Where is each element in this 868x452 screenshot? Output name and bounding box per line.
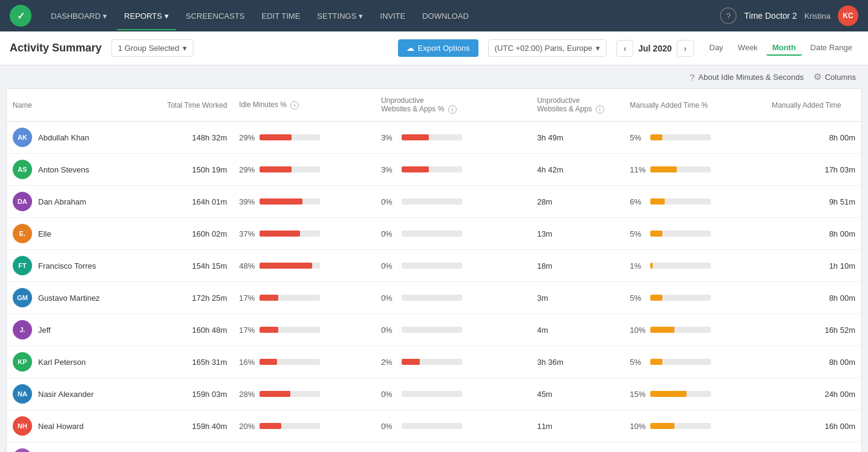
table-row[interactable]: AS Anton Stevens 150h 19m 29% 3% 4h 42m … (7, 154, 861, 186)
cell-idle-pct: 29% (233, 154, 375, 186)
employee-name[interactable]: Karl Peterson (38, 358, 86, 367)
timezone-selector[interactable]: (UTC +02:00) Paris, Europe ▾ (488, 39, 607, 57)
table-row[interactable]: DA Dan Abraham 164h 01m 39% 0% 28m 6% 9h… (7, 186, 861, 218)
nav-items: DASHBOARD ▾ REPORTS ▾ SCREENCASTS EDIT T… (44, 7, 720, 25)
date-prev-button[interactable]: ‹ (616, 40, 633, 57)
col-header-name: Name (7, 89, 149, 122)
avatar: KP (13, 352, 32, 372)
cell-manual-pct: 10% (624, 410, 766, 442)
employee-name[interactable]: Anton Stevens (38, 165, 90, 174)
cell-manual-pct: 5% (624, 218, 766, 250)
tab-month[interactable]: Month (766, 41, 802, 56)
cell-manual-pct: 0% (624, 442, 766, 453)
cell-name: PI Paul Iyambo (7, 442, 149, 453)
employee-name[interactable]: Abdullah Khan (38, 133, 90, 142)
date-next-button[interactable]: › (677, 40, 694, 57)
cell-unprod-pct: 2% (375, 346, 531, 378)
chevron-down-icon: ▾ (359, 11, 363, 21)
date-label: Jul 2020 (638, 44, 671, 53)
nav-download[interactable]: DOWNLOAD (415, 7, 476, 25)
nav-edit-time[interactable]: EDIT TIME (255, 7, 308, 25)
employee-name[interactable]: Neal Howard (38, 422, 83, 431)
idle-info-button[interactable]: ? About Idle Minutes & Seconds (690, 72, 804, 82)
cell-total-time: 172h 25m (149, 282, 233, 314)
cell-unprod-pct: 0% (375, 282, 531, 314)
cell-manual-time: 8h 00m (766, 122, 861, 154)
nav-invite[interactable]: INVITE (373, 7, 413, 25)
table-row[interactable]: PI Paul Iyambo 170h 45m 21% 2% 2h 55m 0%… (7, 442, 861, 453)
cell-idle-pct: 39% (233, 186, 375, 218)
cell-unprod-time: 3h 36m (531, 346, 624, 378)
cell-name: J. Jeff (7, 314, 149, 346)
cell-unprod-time: 45m (531, 378, 624, 410)
cell-idle-pct: 28% (233, 378, 375, 410)
user-avatar[interactable]: KC (838, 5, 858, 26)
cell-manual-time: 16h 00m (766, 410, 861, 442)
date-nav: ‹ Jul 2020 › (616, 40, 693, 57)
col-header-manual-pct: Manually Added Time % (624, 89, 766, 122)
cell-unprod-pct: 0% (375, 410, 531, 442)
cell-unprod-time: 2h 55m (531, 442, 624, 453)
cell-total-time: 150h 19m (149, 154, 233, 186)
table-row[interactable]: FT Francisco Torres 154h 15m 48% 0% 18m … (7, 250, 861, 282)
avatar: AK (13, 128, 32, 147)
cell-unprod-pct: 0% (375, 314, 531, 346)
view-tabs: Day Week Month Date Range (703, 41, 859, 56)
table-row[interactable]: KP Karl Peterson 165h 31m 16% 2% 3h 36m … (7, 346, 861, 378)
cell-unprod-pct: 2% (375, 442, 531, 453)
cell-manual-pct: 5% (624, 122, 766, 154)
group-selector[interactable]: 1 Group Selected ▾ (111, 39, 194, 57)
nav-screencasts[interactable]: SCREENCASTS (178, 7, 252, 25)
tab-day[interactable]: Day (703, 41, 729, 56)
cell-total-time: 160h 02m (149, 218, 233, 250)
employee-name[interactable]: Francisco Torres (38, 261, 96, 270)
user-name: Kristina (804, 11, 830, 21)
cell-name: NH Neal Howard (7, 410, 149, 442)
avatar: NA (13, 384, 32, 404)
avatar: E. (13, 224, 32, 243)
cell-total-time: 154h 15m (149, 250, 233, 282)
chevron-down-icon: ▾ (103, 11, 107, 21)
cell-name: DA Dan Abraham (7, 186, 149, 218)
employee-name[interactable]: Dan Abraham (38, 197, 86, 206)
table-row[interactable]: E. Elle 160h 02m 37% 0% 13m 5% 8h 00m (7, 218, 861, 250)
nav-dashboard[interactable]: DASHBOARD ▾ (44, 7, 114, 25)
cell-unprod-time: 18m (531, 250, 624, 282)
table-row[interactable]: AK Abdullah Khan 148h 32m 29% 3% 3h 49m … (7, 122, 861, 154)
avatar: GM (13, 288, 32, 307)
employee-name[interactable]: Elle (38, 229, 51, 238)
unprod-pct-info-icon[interactable]: i (448, 105, 457, 114)
cell-manual-pct: 15% (624, 378, 766, 410)
cell-manual-time: 0m (766, 442, 861, 453)
toolbar-row: ? About Idle Minutes & Seconds ⚙ Columns (0, 65, 868, 88)
unprod-info-icon[interactable]: i (596, 105, 604, 114)
nav-settings[interactable]: SETTINGS ▾ (310, 7, 370, 25)
table-row[interactable]: GM Gustavo Martinez 172h 25m 17% 0% 3m 5… (7, 282, 861, 314)
avatar: J. (13, 320, 32, 339)
export-button[interactable]: ☁ Export Options (398, 39, 478, 57)
tab-date-range[interactable]: Date Range (804, 41, 858, 56)
cell-idle-pct: 21% (233, 442, 375, 453)
table-row[interactable]: J. Jeff 160h 48m 17% 0% 4m 10% 16h 52m (7, 314, 861, 346)
cell-unprod-pct: 0% (375, 378, 531, 410)
employee-name[interactable]: Nasir Alexander (38, 390, 94, 399)
tab-week[interactable]: Week (732, 41, 764, 56)
nav-logo: ✓ (10, 5, 31, 27)
nav-reports[interactable]: REPORTS ▾ (117, 7, 176, 25)
data-table: Name Total Time Worked Idle Minutes % i … (6, 88, 862, 452)
idle-info-icon[interactable]: i (290, 101, 299, 110)
help-icon[interactable]: ? (720, 7, 737, 24)
cell-idle-pct: 29% (233, 122, 375, 154)
cell-manual-time: 8h 00m (766, 218, 861, 250)
cell-idle-pct: 17% (233, 282, 375, 314)
avatar: PI (13, 448, 32, 452)
columns-button[interactable]: ⚙ Columns (814, 71, 856, 82)
cell-name: KP Karl Peterson (7, 346, 149, 378)
table-row[interactable]: NA Nasir Alexander 159h 03m 28% 0% 45m 1… (7, 378, 861, 410)
cell-unprod-time: 4m (531, 314, 624, 346)
employee-name[interactable]: Jeff (38, 326, 51, 335)
cell-unprod-time: 3m (531, 282, 624, 314)
cell-total-time: 148h 32m (149, 122, 233, 154)
table-row[interactable]: NH Neal Howard 159h 40m 20% 0% 11m 10% 1… (7, 410, 861, 442)
employee-name[interactable]: Gustavo Martinez (38, 293, 100, 303)
